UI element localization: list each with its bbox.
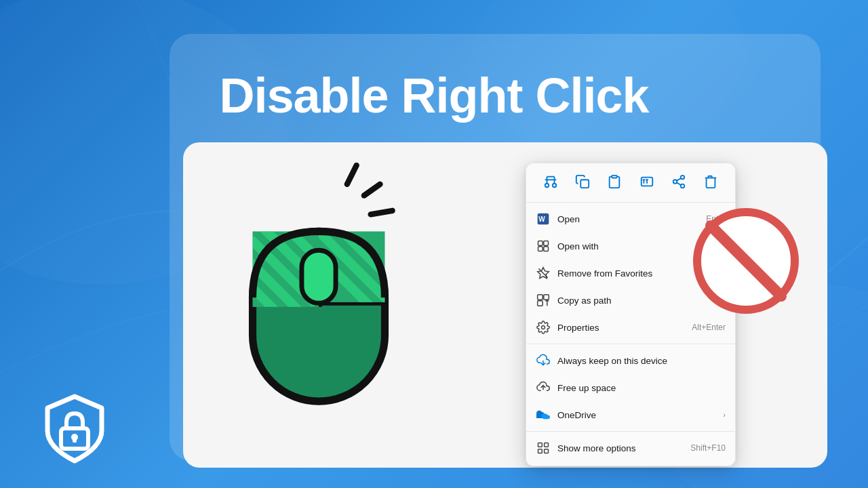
svg-text:W: W	[538, 216, 545, 223]
svg-line-20	[364, 184, 380, 196]
svg-rect-60	[538, 449, 542, 453]
svg-rect-61	[545, 449, 549, 453]
paste-button[interactable]	[601, 171, 627, 195]
svg-line-41	[677, 178, 681, 181]
svg-rect-52	[538, 301, 543, 306]
menu-item-show-more[interactable]: Show more options Shift+F10	[526, 434, 735, 462]
share-icon	[671, 174, 686, 192]
properties-icon	[536, 320, 551, 335]
svg-rect-44	[538, 241, 543, 246]
svg-point-25	[552, 184, 556, 188]
cloud-upload-icon	[536, 380, 551, 395]
rename-button[interactable]	[634, 171, 660, 195]
show-more-shortcut: Shift+F10	[690, 443, 726, 453]
free-up-label: Free up space	[557, 383, 726, 393]
svg-point-37	[681, 176, 685, 180]
svg-rect-30	[580, 180, 589, 188]
svg-line-21	[371, 211, 393, 215]
delete-icon	[703, 174, 718, 192]
svg-rect-45	[544, 241, 549, 246]
menu-item-onedrive[interactable]: OneDrive ›	[526, 401, 735, 428]
svg-point-39	[681, 184, 685, 188]
svg-line-40	[677, 182, 681, 185]
mouse-illustration	[210, 156, 427, 420]
svg-point-24	[545, 184, 549, 188]
menu-item-free-up[interactable]: Free up space	[526, 374, 735, 401]
menu-item-always-keep[interactable]: Always keep on this device	[526, 347, 735, 374]
menu-item-properties[interactable]: Properties Alt+Enter	[526, 314, 735, 341]
word-icon: W	[536, 211, 551, 226]
star-icon	[536, 266, 551, 281]
svg-rect-47	[544, 247, 549, 251]
copy-path-icon	[536, 293, 551, 308]
open-label: Open	[557, 214, 701, 224]
rename-icon	[639, 174, 654, 192]
svg-rect-59	[545, 443, 549, 447]
svg-rect-31	[612, 176, 617, 178]
paste-icon	[607, 174, 622, 192]
onedrive-icon	[536, 407, 551, 422]
cloud-download-icon	[536, 353, 551, 368]
onedrive-arrow: ›	[723, 411, 726, 419]
svg-rect-58	[538, 443, 542, 447]
no-icon	[692, 207, 800, 315]
show-more-label: Show more options	[557, 443, 685, 453]
properties-label: Properties	[557, 323, 686, 333]
properties-shortcut: Alt+Enter	[692, 323, 726, 332]
shield-lock-icon	[37, 393, 112, 468]
cut-icon	[543, 174, 558, 192]
svg-rect-51	[544, 295, 549, 300]
svg-line-19	[347, 165, 357, 184]
open-with-icon	[536, 239, 551, 253]
more-options-icon	[536, 441, 551, 455]
svg-rect-50	[538, 295, 543, 300]
delete-button[interactable]	[698, 171, 724, 195]
svg-rect-18	[302, 250, 336, 303]
svg-point-38	[673, 180, 677, 184]
copy-icon	[575, 174, 590, 192]
menu-divider-2	[526, 431, 735, 432]
onedrive-label: OneDrive	[557, 410, 720, 420]
context-menu-icon-bar	[526, 167, 735, 203]
page-title: Disable Right Click	[0, 68, 868, 123]
menu-divider-1	[526, 344, 735, 344]
share-button[interactable]	[666, 171, 692, 195]
always-keep-label: Always keep on this device	[557, 356, 726, 366]
cut-button[interactable]	[538, 171, 564, 195]
svg-point-55	[542, 326, 545, 329]
copy-button[interactable]	[570, 171, 595, 195]
svg-rect-46	[538, 247, 543, 251]
svg-rect-64	[73, 437, 77, 443]
